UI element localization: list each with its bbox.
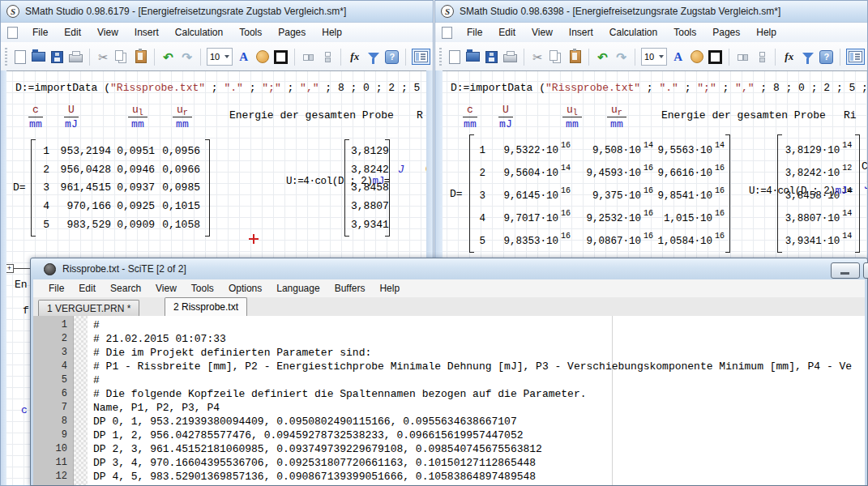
menu-item[interactable]: Help xyxy=(372,280,407,296)
redo-button[interactable]: ↷ xyxy=(179,49,195,65)
open-button[interactable] xyxy=(465,49,481,65)
side-panel-toggle[interactable] xyxy=(412,49,430,65)
align-horizontal-button[interactable] xyxy=(301,49,316,65)
title-bar[interactable]: Rissprobe.txt - SciTE [2 of 2] xyxy=(31,258,867,279)
menu-item[interactable]: Insert xyxy=(126,24,167,40)
tab-rissprobe-txt[interactable]: 2 Rissprobe.txt xyxy=(165,297,247,316)
menu-item[interactable]: File xyxy=(459,24,490,40)
font-color-button[interactable]: A xyxy=(236,49,251,65)
import-formula[interactable]: D:=importData ("Rissprobe.txt" ; "." ; "… xyxy=(15,82,426,94)
menu-item[interactable]: Edit xyxy=(71,280,103,296)
menu-item[interactable]: Tools xyxy=(665,24,704,40)
menu-item[interactable]: Pages xyxy=(704,24,748,40)
matrix-d[interactable]: 1953,21940,09510,09562956,04280,09460,09… xyxy=(31,139,210,237)
unit-fraction[interactable]: U mJ xyxy=(64,104,79,130)
help-button[interactable]: ? xyxy=(819,49,834,65)
align-horizontal-button[interactable] xyxy=(735,49,750,65)
undo-button[interactable]: ↶ xyxy=(160,49,176,65)
background-color-button[interactable] xyxy=(689,49,704,65)
copy-button[interactable] xyxy=(114,49,130,65)
new-document-button[interactable] xyxy=(12,49,28,65)
save-button[interactable] xyxy=(49,49,65,65)
menu-item[interactable]: Edit xyxy=(56,24,89,40)
menu-item[interactable]: Edit xyxy=(490,24,524,40)
menu-item[interactable]: File xyxy=(41,280,71,296)
menu-item[interactable]: Search xyxy=(103,280,148,296)
menu-item[interactable]: View xyxy=(524,24,561,40)
font-size-select[interactable]: 10 xyxy=(641,48,667,66)
unit-fraction[interactable]: c mm xyxy=(28,104,43,130)
fold-cell xyxy=(74,346,88,360)
unit-fraction[interactable]: c mm xyxy=(463,104,477,130)
unit-fraction[interactable]: ur mm xyxy=(173,104,192,130)
energy-label[interactable]: Energie der gesamten Probe xyxy=(661,109,826,122)
align-vertical-button[interactable] xyxy=(754,49,769,65)
cut-button[interactable]: ✂ xyxy=(530,49,545,65)
print-button[interactable] xyxy=(502,49,518,65)
paste-button[interactable] xyxy=(567,49,583,65)
code-line: 3 # Die im Projekt definierten Parameter… xyxy=(33,346,865,360)
filter-button[interactable] xyxy=(800,49,815,65)
menu-item[interactable]: Help xyxy=(748,24,785,40)
filter-button[interactable] xyxy=(366,49,381,65)
unit-fraction[interactable]: U mJ xyxy=(498,104,513,130)
energy-label[interactable]: Energie der gesamten Probe xyxy=(229,109,394,122)
title-bar[interactable]: S SMath Studio 0.98.6398 - [Energiefreis… xyxy=(435,1,867,23)
save-floppy-icon xyxy=(485,51,498,63)
function-button[interactable]: fx xyxy=(781,49,797,65)
menu-item[interactable]: Tools xyxy=(231,24,270,40)
redo-arrow-icon: ↷ xyxy=(182,51,192,63)
maximize-button[interactable] xyxy=(863,262,868,279)
menu-item[interactable]: Pages xyxy=(270,24,314,40)
side-panel-toggle[interactable] xyxy=(846,49,865,65)
title-bar[interactable]: S SMath Studio 0.98.6179 - [Energiefreis… xyxy=(1,1,433,23)
copy-button[interactable] xyxy=(549,49,564,65)
border-button[interactable] xyxy=(273,49,289,65)
menu-item[interactable]: Help xyxy=(314,24,350,40)
line-text: # 21.02.2015 01:07:33 xyxy=(88,332,226,346)
collapse-toggle[interactable]: + xyxy=(6,264,14,273)
undo-button[interactable]: ↶ xyxy=(595,49,610,65)
menu-item[interactable]: View xyxy=(148,280,184,296)
border-button[interactable] xyxy=(708,49,723,65)
print-button[interactable] xyxy=(68,49,83,65)
align-vertical-button[interactable] xyxy=(319,49,335,65)
printer-icon xyxy=(69,54,83,62)
menu-item[interactable]: File xyxy=(24,24,56,40)
import-formula[interactable]: D:=importData ("Rissprobe.txt" ; "." ; "… xyxy=(451,82,867,94)
tab-verguet-prn[interactable]: 1 VERGUET.PRN * xyxy=(38,300,139,316)
menu-item[interactable]: Buffers xyxy=(327,280,373,296)
line-number: 3 xyxy=(33,346,74,360)
font-size-select[interactable]: 10 xyxy=(207,48,233,66)
result-vector[interactable]: 3,81293,82423,84583,88073,9341 xyxy=(344,139,390,237)
help-button[interactable]: ? xyxy=(384,49,400,65)
font-color-button[interactable]: A xyxy=(670,49,686,65)
toolbar-grip[interactable] xyxy=(439,48,442,66)
open-button[interactable] xyxy=(31,49,46,65)
redo-button[interactable]: ↷ xyxy=(614,49,629,65)
menu-item[interactable]: Tools xyxy=(184,280,221,296)
menu-item[interactable]: Calculation xyxy=(167,24,231,40)
toolbar-separator xyxy=(200,49,201,66)
unit-fraction[interactable]: ul mm xyxy=(562,104,582,130)
scite-window: Rissprobe.txt - SciTE [2 of 2] FileEditS… xyxy=(30,258,868,486)
minimize-button[interactable] xyxy=(831,262,860,279)
save-button[interactable] xyxy=(484,49,499,65)
menu-item[interactable]: View xyxy=(89,24,126,40)
menu-item[interactable]: Insert xyxy=(561,24,601,40)
line-number: 12 xyxy=(33,470,74,484)
menu-item[interactable]: Options xyxy=(221,280,269,296)
menu-item[interactable]: Language xyxy=(269,280,327,296)
function-button[interactable]: fx xyxy=(347,49,362,65)
u-formula-overlay[interactable]: U:=4·col(D ; 2)mJ= xyxy=(691,174,853,208)
background-color-button[interactable] xyxy=(254,49,270,65)
cut-button[interactable]: ✂ xyxy=(96,49,111,65)
copy-icon xyxy=(115,50,123,61)
unit-fraction[interactable]: ul mm xyxy=(128,104,148,130)
editor-area[interactable]: 1 # 2 # 21.02.2015 01:07:33 3 # Die im P… xyxy=(33,316,865,485)
toolbar-grip[interactable] xyxy=(5,48,7,66)
new-document-button[interactable] xyxy=(447,49,462,65)
paste-button[interactable] xyxy=(133,49,148,65)
unit-fraction[interactable]: ur mm xyxy=(607,104,626,130)
menu-item[interactable]: Calculation xyxy=(601,24,665,40)
